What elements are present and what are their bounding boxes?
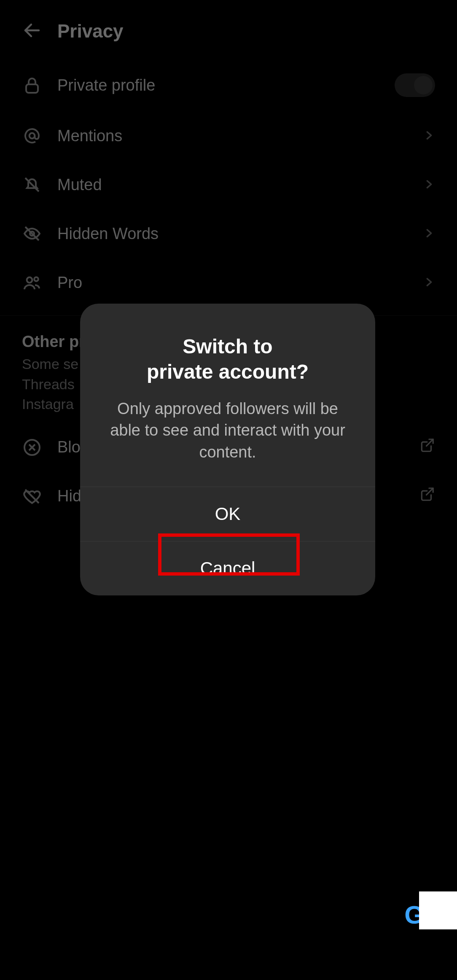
label-private-profile: Private profile [57,76,379,94]
eye-off-icon [22,223,42,244]
row-hidden-words[interactable]: Hidden Words [0,209,457,258]
dialog-body: Only approved followers will be able to … [80,393,375,487]
x-circle-icon [22,437,42,458]
chevron-right-icon [423,274,435,292]
at-icon [22,126,42,146]
row-muted[interactable]: Muted [0,160,457,209]
label-profiles: Pro [57,274,408,292]
chevron-right-icon [423,176,435,194]
svg-point-6 [27,277,32,283]
bell-off-icon [22,175,42,195]
dialog-title: Switch to private account? [80,304,375,393]
lock-icon [22,75,42,95]
external-link-icon [419,486,435,506]
svg-line-11 [426,439,433,446]
row-private-profile[interactable]: Private profile [0,59,457,111]
cancel-button[interactable]: Cancel [80,541,375,595]
page-title: Privacy [57,21,124,42]
switch-private-dialog: Switch to private account? Only approved… [80,304,375,595]
users-icon [22,272,42,293]
watermark-box [419,891,457,929]
chevron-right-icon [423,225,435,243]
label-hidden-words: Hidden Words [57,225,408,243]
svg-line-13 [426,488,433,495]
watermark: G [404,891,457,929]
ok-button[interactable]: OK [80,487,375,541]
external-link-icon [419,437,435,457]
row-mentions[interactable]: Mentions [0,111,457,160]
private-profile-toggle[interactable] [395,73,435,97]
label-muted: Muted [57,176,408,194]
row-profiles[interactable]: Pro [0,258,457,307]
chevron-right-icon [423,127,435,145]
label-mentions: Mentions [57,127,408,145]
svg-rect-1 [26,84,38,93]
heart-off-icon [22,486,42,506]
svg-point-7 [34,277,38,281]
header: Privacy [0,0,457,59]
back-arrow-icon[interactable] [22,20,42,42]
